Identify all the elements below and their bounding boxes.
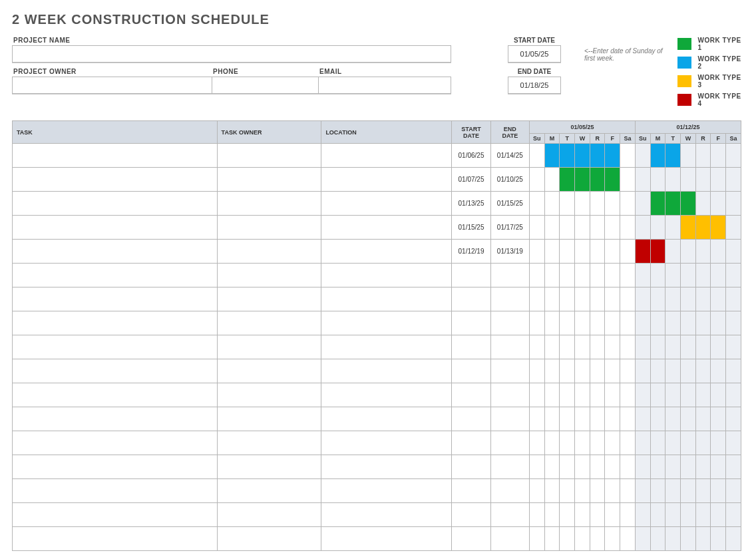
gantt-cell[interactable] xyxy=(695,455,711,479)
gantt-cell[interactable] xyxy=(711,383,726,407)
gantt-cell[interactable] xyxy=(544,407,560,431)
owner-cell[interactable] xyxy=(217,264,321,287)
end-date-cell[interactable] xyxy=(490,479,529,503)
location-cell[interactable] xyxy=(321,168,452,192)
gantt-cell[interactable] xyxy=(681,216,696,240)
gantt-cell[interactable] xyxy=(711,359,726,383)
gantt-cell[interactable] xyxy=(560,503,575,527)
gantt-cell[interactable] xyxy=(665,431,681,455)
gantt-cell[interactable] xyxy=(695,144,711,168)
gantt-cell[interactable] xyxy=(590,216,605,240)
gantt-cell[interactable] xyxy=(695,479,711,503)
end-date-cell[interactable]: 01/15/25 xyxy=(490,192,529,216)
task-cell[interactable] xyxy=(13,240,218,264)
gantt-cell[interactable] xyxy=(575,407,590,431)
gantt-cell[interactable] xyxy=(544,144,560,168)
gantt-cell[interactable] xyxy=(560,407,575,431)
gantt-cell[interactable] xyxy=(650,240,665,264)
gantt-cell[interactable] xyxy=(590,192,605,216)
location-cell[interactable] xyxy=(321,503,452,527)
gantt-cell[interactable] xyxy=(695,383,711,407)
gantt-cell[interactable] xyxy=(560,479,575,503)
gantt-cell[interactable] xyxy=(650,503,665,527)
gantt-cell[interactable] xyxy=(726,431,741,455)
gantt-cell[interactable] xyxy=(560,287,575,311)
location-cell[interactable] xyxy=(321,192,452,216)
gantt-cell[interactable] xyxy=(620,479,636,503)
end-date-cell[interactable] xyxy=(490,359,529,383)
gantt-cell[interactable] xyxy=(681,240,696,264)
gantt-cell[interactable] xyxy=(635,240,650,264)
location-cell[interactable] xyxy=(321,479,452,503)
gantt-cell[interactable] xyxy=(590,311,605,335)
gantt-cell[interactable] xyxy=(635,359,650,383)
gantt-cell[interactable] xyxy=(726,216,741,240)
location-cell[interactable] xyxy=(321,527,452,551)
end-date-cell[interactable] xyxy=(490,287,529,311)
owner-cell[interactable] xyxy=(217,407,321,431)
gantt-cell[interactable] xyxy=(695,527,711,551)
gantt-cell[interactable] xyxy=(665,168,681,192)
gantt-cell[interactable] xyxy=(560,168,575,192)
project-owner-input[interactable] xyxy=(12,77,212,94)
gantt-cell[interactable] xyxy=(529,311,544,335)
task-cell[interactable] xyxy=(13,479,218,503)
gantt-cell[interactable] xyxy=(681,503,696,527)
end-date-cell[interactable]: 01/17/25 xyxy=(490,216,529,240)
location-cell[interactable] xyxy=(321,144,452,168)
location-cell[interactable] xyxy=(321,335,452,359)
gantt-cell[interactable] xyxy=(605,479,620,503)
task-cell[interactable] xyxy=(13,431,218,455)
start-date-cell[interactable] xyxy=(452,479,490,503)
gantt-cell[interactable] xyxy=(681,144,696,168)
gantt-cell[interactable] xyxy=(544,359,560,383)
gantt-cell[interactable] xyxy=(544,527,560,551)
gantt-cell[interactable] xyxy=(681,527,696,551)
gantt-cell[interactable] xyxy=(681,431,696,455)
gantt-cell[interactable] xyxy=(695,503,711,527)
gantt-cell[interactable] xyxy=(560,455,575,479)
end-date-input[interactable]: 01/18/25 xyxy=(508,77,561,94)
task-cell[interactable] xyxy=(13,503,218,527)
gantt-cell[interactable] xyxy=(635,383,650,407)
gantt-cell[interactable] xyxy=(650,144,665,168)
location-cell[interactable] xyxy=(321,287,452,311)
gantt-cell[interactable] xyxy=(665,144,681,168)
gantt-cell[interactable] xyxy=(650,479,665,503)
start-date-cell[interactable]: 01/07/25 xyxy=(452,168,490,192)
gantt-cell[interactable] xyxy=(726,359,741,383)
gantt-cell[interactable] xyxy=(726,527,741,551)
gantt-cell[interactable] xyxy=(711,144,726,168)
gantt-cell[interactable] xyxy=(695,287,711,311)
location-cell[interactable] xyxy=(321,359,452,383)
gantt-cell[interactable] xyxy=(575,311,590,335)
gantt-cell[interactable] xyxy=(711,192,726,216)
gantt-cell[interactable] xyxy=(620,240,636,264)
start-date-cell[interactable] xyxy=(452,407,490,431)
gantt-cell[interactable] xyxy=(726,144,741,168)
end-date-cell[interactable] xyxy=(490,311,529,335)
start-date-cell[interactable]: 01/12/19 xyxy=(452,240,490,264)
gantt-cell[interactable] xyxy=(711,431,726,455)
gantt-cell[interactable] xyxy=(665,216,681,240)
gantt-cell[interactable] xyxy=(575,168,590,192)
gantt-cell[interactable] xyxy=(605,455,620,479)
gantt-cell[interactable] xyxy=(620,359,636,383)
gantt-cell[interactable] xyxy=(665,383,681,407)
gantt-cell[interactable] xyxy=(620,455,636,479)
gantt-cell[interactable] xyxy=(635,144,650,168)
gantt-cell[interactable] xyxy=(635,479,650,503)
gantt-cell[interactable] xyxy=(529,240,544,264)
gantt-cell[interactable] xyxy=(605,216,620,240)
gantt-cell[interactable] xyxy=(560,144,575,168)
gantt-cell[interactable] xyxy=(590,335,605,359)
gantt-cell[interactable] xyxy=(529,527,544,551)
gantt-cell[interactable] xyxy=(575,383,590,407)
gantt-cell[interactable] xyxy=(711,264,726,287)
gantt-cell[interactable] xyxy=(650,264,665,287)
gantt-cell[interactable] xyxy=(665,503,681,527)
end-date-cell[interactable] xyxy=(490,503,529,527)
gantt-cell[interactable] xyxy=(529,335,544,359)
gantt-cell[interactable] xyxy=(695,216,711,240)
gantt-cell[interactable] xyxy=(620,335,636,359)
